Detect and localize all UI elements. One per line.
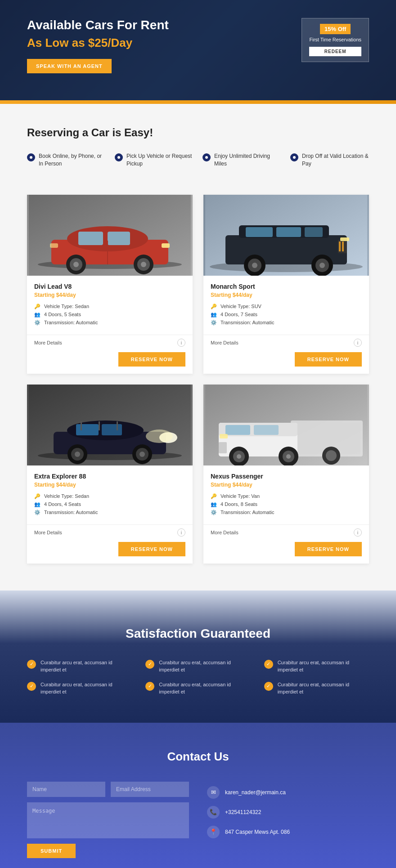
car-spec-4-2: ⚙️ Transmission: Automatic xyxy=(211,510,362,515)
car-spec-3-2: ⚙️ Transmission: Automatic xyxy=(34,510,185,515)
key-icon: 🔑 xyxy=(34,493,40,499)
satisfaction-text-0: Curabitur arcu erat, accumsan id imperdi… xyxy=(40,659,132,674)
car-spec-1-2: ⚙️ Transmission: Automatic xyxy=(34,320,185,326)
hero-section: Available Cars For Rent As Low as $25/Da… xyxy=(0,0,396,100)
car-name-4: Nexus Passenger xyxy=(211,473,362,480)
satisfaction-text-5: Curabitur arcu erat, accumsan id imperdi… xyxy=(278,681,369,696)
car-card-3: Extra Explorer 88 Starting $44/day 🔑 Veh… xyxy=(27,385,193,564)
easy-steps: Book Online, by Phone, or In Person Pick… xyxy=(27,152,369,168)
step-dot-2 xyxy=(115,153,123,161)
car-name-1: Divi Lead V8 xyxy=(34,283,185,290)
car-card-4: Nexus Passenger Starting $44/day 🔑 Vehic… xyxy=(203,385,369,564)
key-icon: 🔑 xyxy=(211,493,217,499)
hero-subtitle: As Low as $25/Day xyxy=(27,36,169,50)
check-icon-5: ✓ xyxy=(264,682,273,691)
step-label-1: Book Online, by Phone, or In Person xyxy=(39,152,106,168)
satisfaction-item-1: ✓ Curabitur arcu erat, accumsan id imper… xyxy=(145,659,250,674)
info-icon-1[interactable]: i xyxy=(177,339,185,347)
key-icon: 🔑 xyxy=(34,304,40,309)
car-price-1: Starting $44/day xyxy=(34,292,185,298)
svg-rect-65 xyxy=(220,434,228,438)
contact-email-text: karen_nader@jermain.ca xyxy=(225,789,286,796)
car-footer-1: More Details i xyxy=(27,335,193,347)
car-specs-2: 🔑 Vehicle Type: SUV 👥 4 Doors, 7 Seats ⚙… xyxy=(211,304,362,326)
car-specs-1: 🔑 Vehicle Type: Sedan 👥 4 Doors, 5 Seats… xyxy=(34,304,185,326)
more-details-2[interactable]: More Details xyxy=(211,340,238,345)
contact-phone-text: +32541124322 xyxy=(225,809,261,815)
satisfaction-item-0: ✓ Curabitur arcu erat, accumsan id imper… xyxy=(27,659,132,674)
gear-icon: ⚙️ xyxy=(34,510,40,515)
contact-phone-item: 📞 +32541124322 xyxy=(207,806,369,819)
email-input[interactable] xyxy=(111,782,189,797)
car-image-1 xyxy=(27,195,193,276)
reserve-button-2[interactable]: RESERVE NOW xyxy=(295,352,362,367)
check-icon-1: ✓ xyxy=(145,660,154,669)
car-footer-4: More Details i xyxy=(203,524,369,537)
submit-button[interactable]: SUBMIT xyxy=(27,844,76,858)
check-icon-0: ✓ xyxy=(27,660,36,669)
gear-icon: ⚙️ xyxy=(211,510,217,515)
info-icon-3[interactable]: i xyxy=(177,528,185,537)
svg-rect-5 xyxy=(108,232,130,245)
check-icon-2: ✓ xyxy=(264,660,273,669)
satisfaction-item-5: ✓ Curabitur arcu erat, accumsan id imper… xyxy=(264,681,369,696)
info-icon-2[interactable]: i xyxy=(354,339,362,347)
contact-section: Contact Us SUBMIT ✉ karen_nader@jermain.… xyxy=(0,723,396,868)
svg-point-48 xyxy=(146,430,173,443)
message-textarea[interactable] xyxy=(27,802,189,838)
svg-rect-21 xyxy=(305,227,323,237)
svg-rect-37 xyxy=(102,424,122,435)
email-icon: ✉ xyxy=(207,786,220,799)
reserve-button-4[interactable]: RESERVE NOW xyxy=(295,542,362,556)
svg-rect-31 xyxy=(340,237,349,241)
hero-left: Available Cars For Rent As Low as $25/Da… xyxy=(27,18,169,73)
car-info-1: Divi Lead V8 Starting $44/day 🔑 Vehicle … xyxy=(27,276,193,335)
cars-grid: Divi Lead V8 Starting $44/day 🔑 Vehicle … xyxy=(27,195,369,564)
svg-rect-64 xyxy=(219,442,227,453)
info-icon-4[interactable]: i xyxy=(354,528,362,537)
name-input[interactable] xyxy=(27,782,105,797)
car-price-2: Starting $44/day xyxy=(211,292,362,298)
car-price-3: Starting $44/day xyxy=(34,482,185,488)
step-dot-3 xyxy=(202,153,211,161)
car-info-4: Nexus Passenger Starting $44/day 🔑 Vehic… xyxy=(203,465,369,524)
cars-section: Divi Lead V8 Starting $44/day 🔑 Vehicle … xyxy=(0,186,396,591)
location-icon: 📍 xyxy=(207,826,220,838)
svg-rect-29 xyxy=(339,242,341,251)
car-spec-1-1: 👥 4 Doors, 5 Seats xyxy=(34,312,185,318)
speak-agent-button[interactable]: SPEAK WITH AN AGENT xyxy=(27,59,112,73)
car-spec-1-0: 🔑 Vehicle Type: Sedan xyxy=(34,304,185,309)
car-footer-3: More Details i xyxy=(27,524,193,537)
car-spec-3-0: 🔑 Vehicle Type: Sedan xyxy=(34,493,185,499)
svg-rect-30 xyxy=(342,242,344,251)
svg-rect-4 xyxy=(78,232,103,245)
svg-point-58 xyxy=(237,454,241,459)
svg-point-43 xyxy=(75,452,80,457)
reserve-button-3[interactable]: RESERVE NOW xyxy=(118,542,185,556)
car-spec-2-0: 🔑 Vehicle Type: SUV xyxy=(211,304,362,309)
gear-icon: ⚙️ xyxy=(211,320,217,326)
car-footer-2: More Details i xyxy=(203,335,369,347)
car-image-2 xyxy=(203,195,369,276)
car-card-2: Monarch Sport Starting $44/day 🔑 Vehicle… xyxy=(203,195,369,374)
car-specs-4: 🔑 Vehicle Type: Van 👥 4 Doors, 8 Seats ⚙… xyxy=(211,493,362,515)
form-name-email-row xyxy=(27,782,189,797)
easy-section: Reserving a Car is Easy! Book Online, by… xyxy=(0,104,396,186)
easy-step-2: Pick Up Vehicle or Request Pickup xyxy=(115,152,194,168)
redeem-button[interactable]: REDEEM xyxy=(309,47,361,56)
svg-point-63 xyxy=(326,450,337,461)
car-price-4: Starting $44/day xyxy=(211,482,362,488)
satisfaction-section: Satisfaction Guaranteed ✓ Curabitur arcu… xyxy=(0,591,396,723)
more-details-1[interactable]: More Details xyxy=(34,340,62,345)
phone-icon: 📞 xyxy=(207,806,220,819)
satisfaction-text-2: Curabitur arcu erat, accumsan id imperdi… xyxy=(278,659,369,674)
more-details-4[interactable]: More Details xyxy=(211,530,238,535)
svg-rect-39 xyxy=(99,421,100,430)
satisfaction-grid: ✓ Curabitur arcu erat, accumsan id imper… xyxy=(27,659,369,696)
svg-point-27 xyxy=(320,263,325,268)
svg-point-8 xyxy=(73,262,79,267)
more-details-3[interactable]: More Details xyxy=(34,530,62,535)
people-icon: 👥 xyxy=(211,312,217,318)
reserve-button-1[interactable]: RESERVE NOW xyxy=(118,352,185,367)
people-icon: 👥 xyxy=(34,312,40,318)
